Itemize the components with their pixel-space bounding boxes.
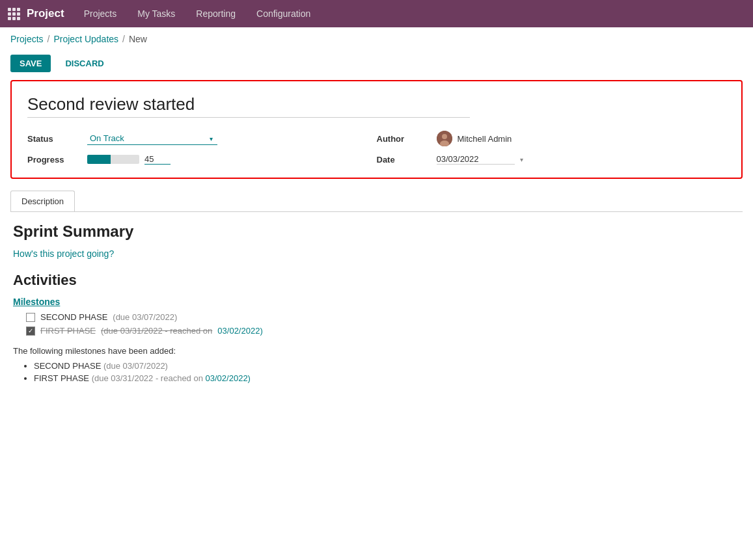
date-input[interactable] <box>437 154 515 165</box>
milestone-text-1: SECOND PHASE <box>40 312 107 322</box>
breadcrumb-project-updates[interactable]: Project Updates <box>53 34 118 44</box>
summary-text: The following milestones have been added… <box>13 346 740 356</box>
milestones-heading: Milestones <box>13 297 740 307</box>
progress-row <box>87 154 171 165</box>
progress-input[interactable] <box>144 154 171 165</box>
milestone-text-2: FIRST PHASE <box>40 326 96 336</box>
progress-field-row: Progress <box>27 154 377 165</box>
progress-label: Progress <box>27 155 79 165</box>
milestone-checkbox-1[interactable] <box>26 313 35 322</box>
tab-description[interactable]: Description <box>10 191 75 211</box>
form-card: Status On Track At Risk Off Track Done ▾… <box>10 80 743 179</box>
sprint-prompt: How's this project going? <box>13 248 740 259</box>
breadcrumb: Projects / Project Updates / New <box>0 27 753 51</box>
date-field-row: Date ▾ <box>377 154 726 165</box>
bullet-reached-2: 03/02/2022) <box>206 373 251 383</box>
milestone-checkbox-2[interactable]: ✓ <box>26 327 35 336</box>
status-select-wrapper: On Track At Risk Off Track Done ▾ <box>87 132 213 145</box>
breadcrumb-current: New <box>129 34 147 44</box>
description-content: Sprint Summary How's this project going?… <box>10 222 743 383</box>
tabs: Description <box>10 191 743 212</box>
progress-bar-fill <box>87 155 111 164</box>
date-chevron-icon: ▾ <box>520 156 523 163</box>
form-fields: Status On Track At Risk Off Track Done ▾… <box>27 131 726 165</box>
bullet-text-2: FIRST PHASE <box>34 373 92 383</box>
svg-point-1 <box>442 134 447 139</box>
author-name: Mitchell Admin <box>458 134 512 144</box>
date-row: ▾ <box>437 154 523 165</box>
bullet-due-2: (due 03/31/2022 - reached on <box>92 373 206 383</box>
bullet-list: SECOND PHASE (due 03/07/2022) FIRST PHAS… <box>34 361 740 383</box>
bullet-due-1: (due 03/07/2022) <box>103 361 168 371</box>
sprint-summary-heading: Sprint Summary <box>13 222 740 241</box>
milestones-section: Milestones SECOND PHASE (due 03/07/2022)… <box>13 297 740 336</box>
nav-reporting[interactable]: Reporting <box>192 6 240 21</box>
author-row: Mitchell Admin <box>437 131 512 146</box>
breadcrumb-projects[interactable]: Projects <box>10 34 44 44</box>
date-label: Date <box>377 155 429 165</box>
status-field-row: Status On Track At Risk Off Track Done ▾ <box>27 131 377 146</box>
list-item: ✓ FIRST PHASE (due 03/31/2022 - reached … <box>26 326 740 336</box>
app-grid-icon[interactable] <box>8 8 20 20</box>
author-label: Author <box>377 134 429 144</box>
breadcrumb-sep-2: / <box>122 34 125 44</box>
main-content: Status On Track At Risk Off Track Done ▾… <box>0 80 753 396</box>
list-item: SECOND PHASE (due 03/07/2022) <box>26 312 740 322</box>
discard-button[interactable]: DISCARD <box>56 55 113 72</box>
list-item: SECOND PHASE (due 03/07/2022) <box>34 361 740 371</box>
milestone-due-2: (due 03/31/2022 - reached on <box>101 326 212 336</box>
avatar <box>437 131 452 146</box>
milestone-reached-2: 03/02/2022) <box>217 326 262 336</box>
save-button[interactable]: SAVE <box>10 55 51 72</box>
top-nav: Project Projects My Tasks Reporting Conf… <box>0 0 753 27</box>
progress-bar-bg <box>87 155 139 164</box>
activities-heading: Activities <box>13 272 740 289</box>
breadcrumb-sep-1: / <box>48 34 50 44</box>
status-label: Status <box>27 134 79 144</box>
action-bar: SAVE DISCARD <box>0 51 753 80</box>
form-title-input[interactable] <box>27 94 470 118</box>
nav-projects[interactable]: Projects <box>80 6 121 21</box>
nav-my-tasks[interactable]: My Tasks <box>133 6 179 21</box>
list-item: FIRST PHASE (due 03/31/2022 - reached on… <box>34 373 740 383</box>
bullet-text-1: SECOND PHASE <box>34 361 103 371</box>
nav-configuration[interactable]: Configuration <box>253 6 314 21</box>
milestone-due-1: (due 03/07/2022) <box>113 312 177 322</box>
status-select[interactable]: On Track At Risk Off Track Done <box>87 132 217 145</box>
app-title: Project <box>27 7 64 20</box>
author-field-row: Author Mitchell Admin <box>377 131 726 146</box>
